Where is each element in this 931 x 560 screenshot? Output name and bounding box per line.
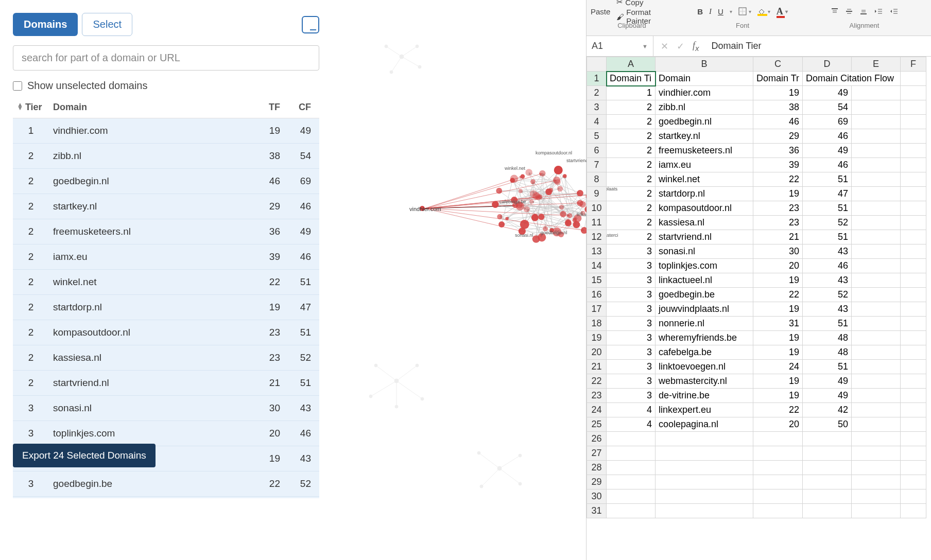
cell[interactable]: 54 [803, 100, 852, 115]
cell[interactable]: 22 [753, 172, 803, 187]
cell[interactable] [852, 302, 901, 317]
cell[interactable]: 19 [753, 345, 803, 360]
row-header[interactable]: 21 [587, 360, 607, 374]
cell[interactable]: 3 [607, 317, 656, 331]
cell[interactable] [901, 288, 926, 302]
cell[interactable] [852, 489, 901, 504]
cell[interactable]: 3 [607, 288, 656, 302]
cell[interactable] [753, 489, 803, 504]
cell[interactable] [901, 100, 926, 115]
cell[interactable] [852, 345, 901, 360]
cell[interactable]: 19 [753, 302, 803, 317]
cell[interactable] [753, 446, 803, 461]
row-header[interactable]: 31 [587, 504, 607, 518]
cell[interactable] [852, 259, 901, 273]
align-top-button[interactable] [831, 7, 839, 15]
table-row[interactable]: 3 sonasi.nl 30 43 [13, 396, 319, 421]
cell[interactable]: 19 [753, 273, 803, 288]
formula-input[interactable]: Domain Tier [706, 41, 931, 51]
cell[interactable] [656, 432, 753, 446]
cell[interactable]: 24 [753, 360, 803, 374]
col-header-e[interactable]: E [852, 57, 901, 72]
cell[interactable]: iamx.eu [656, 158, 753, 172]
row-header[interactable]: 5 [587, 129, 607, 144]
row-header[interactable]: 23 [587, 389, 607, 403]
cell[interactable] [607, 489, 656, 504]
table-row[interactable]: 2 winkel.net 22 51 [13, 270, 319, 295]
cell[interactable]: 69 [803, 115, 852, 129]
font-color-button[interactable]: A▾ [777, 6, 788, 17]
cell[interactable]: 42 [803, 403, 852, 417]
cell[interactable]: 43 [803, 302, 852, 317]
cell[interactable] [852, 504, 901, 518]
cell[interactable]: toplinkjes.com [656, 259, 753, 273]
cell[interactable] [901, 86, 926, 100]
cell[interactable] [852, 201, 901, 216]
copy-button[interactable]: ✂Copy [616, 0, 673, 7]
cell[interactable] [901, 331, 926, 345]
cell[interactable]: wheremyfriends.be [656, 331, 753, 345]
col-header-domain[interactable]: Domain [49, 97, 257, 118]
table-row[interactable]: 2 startkey.nl 29 46 [13, 194, 319, 219]
row-header[interactable]: 8 [587, 172, 607, 187]
cell[interactable]: 21 [753, 230, 803, 244]
table-row[interactable]: 2 kompasoutdoor.nl 23 51 [13, 320, 319, 345]
align-bottom-button[interactable] [859, 7, 868, 15]
cell[interactable]: nonnerie.nl [656, 317, 753, 331]
cell[interactable]: 3 [607, 389, 656, 403]
cell[interactable] [852, 144, 901, 158]
cell[interactable] [852, 273, 901, 288]
domain-table-scroll[interactable]: ▲▼Tier Domain TF CF 1 vindhier.com 19 49… [13, 97, 319, 498]
cell[interactable]: zibb.nl [656, 100, 753, 115]
cell[interactable]: 2 [607, 172, 656, 187]
cell[interactable]: 49 [803, 374, 852, 389]
cell[interactable] [901, 230, 926, 244]
cell[interactable]: 19 [753, 187, 803, 201]
cell[interactable] [656, 504, 753, 518]
paste-button[interactable]: Paste [591, 7, 610, 16]
cell[interactable] [852, 100, 901, 115]
row-header[interactable]: 17 [587, 302, 607, 317]
cell[interactable]: 19 [753, 374, 803, 389]
row-header[interactable]: 22 [587, 374, 607, 389]
table-row[interactable]: 3 jouwvindplaats.nl 19 43 [13, 497, 319, 499]
cell[interactable] [852, 432, 901, 446]
cell[interactable]: 47 [803, 187, 852, 201]
cell[interactable] [852, 446, 901, 461]
cell[interactable] [901, 461, 926, 475]
cell[interactable]: 30 [753, 244, 803, 259]
cell[interactable]: 22 [753, 288, 803, 302]
table-row[interactable]: 2 iamx.eu 39 46 [13, 244, 319, 270]
cell[interactable]: 2 [607, 158, 656, 172]
cell[interactable]: 43 [803, 273, 852, 288]
cell[interactable]: 19 [753, 389, 803, 403]
cell[interactable]: 3 [607, 331, 656, 345]
cell[interactable] [852, 172, 901, 187]
table-row[interactable]: 2 startvriend.nl 21 51 [13, 371, 319, 396]
cell[interactable] [901, 389, 926, 403]
row-header[interactable]: 7 [587, 158, 607, 172]
cell[interactable] [852, 331, 901, 345]
cell[interactable]: vindhier.com [656, 86, 753, 100]
cell[interactable] [852, 417, 901, 432]
table-row[interactable]: 2 startdorp.nl 19 47 [13, 295, 319, 320]
italic-button[interactable]: I [709, 7, 712, 16]
cell[interactable] [852, 216, 901, 230]
bold-button[interactable]: B [697, 7, 703, 16]
cell[interactable] [607, 432, 656, 446]
cell[interactable]: 2 [607, 129, 656, 144]
cell[interactable] [901, 345, 926, 360]
cell[interactable] [803, 489, 852, 504]
cell[interactable] [852, 115, 901, 129]
cell[interactable]: 29 [753, 129, 803, 144]
cell[interactable]: Domain Ti [607, 72, 656, 86]
row-header[interactable]: 1 [587, 72, 607, 86]
cell[interactable] [901, 504, 926, 518]
excel-sheet[interactable]: A B C D E F 1 Domain Ti Domain Domain Tr… [587, 57, 931, 560]
cell[interactable]: 51 [803, 230, 852, 244]
col-header-tier[interactable]: ▲▼Tier [13, 97, 49, 118]
cell[interactable] [901, 216, 926, 230]
row-header[interactable]: 10 [587, 201, 607, 216]
cell[interactable]: 51 [803, 317, 852, 331]
row-header[interactable]: 13 [587, 244, 607, 259]
